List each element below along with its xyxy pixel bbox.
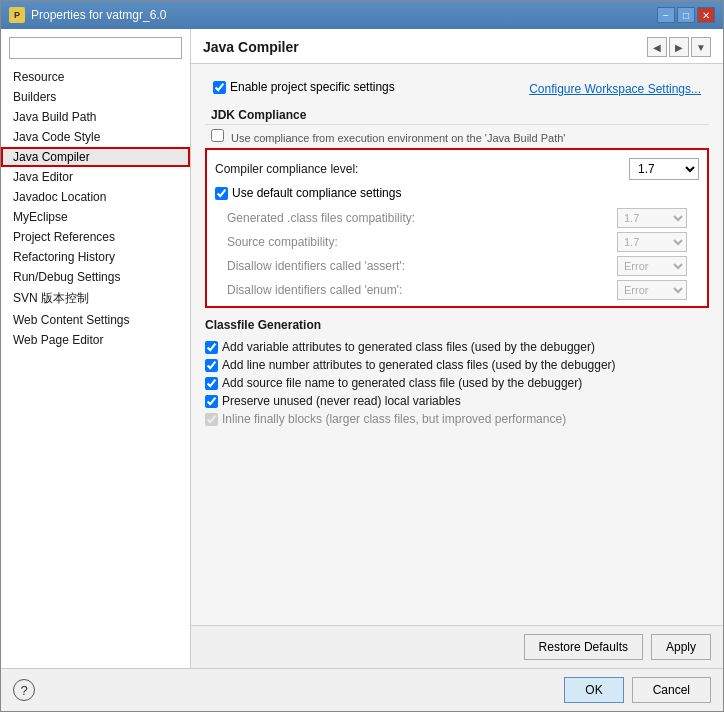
classfile-option-row: Add variable attributes to generated cla… — [205, 338, 709, 356]
sidebar-item-myeclipse[interactable]: MyEclipse — [1, 207, 190, 227]
sidebar-item-run-debug-settings[interactable]: Run/Debug Settings — [1, 267, 190, 287]
title-bar: P Properties for vatmgr_6.0 − □ ✕ — [1, 1, 723, 29]
restore-button[interactable]: □ — [677, 7, 695, 23]
window-icon: P — [9, 7, 25, 23]
footer-bar: ? OK Cancel — [1, 668, 723, 711]
apply-button[interactable]: Apply — [651, 634, 711, 660]
navigation-arrows: ◀ ▶ ▼ — [647, 37, 711, 57]
sidebar-item-builders[interactable]: Builders — [1, 87, 190, 107]
restore-defaults-button[interactable]: Restore Defaults — [524, 634, 643, 660]
source-compat-label: Source compatibility: — [227, 235, 611, 249]
classfile-options: Add variable attributes to generated cla… — [205, 338, 709, 428]
enum-label: Disallow identifiers called 'enum': — [227, 283, 611, 297]
window-controls: − □ ✕ — [657, 7, 715, 23]
minimize-button[interactable]: − — [657, 7, 675, 23]
source-compat-row: Source compatibility: 1.7 — [207, 230, 707, 254]
compiler-level-row: Compiler compliance level: 1.7 1.6 1.5 1… — [207, 154, 707, 184]
classfile-option-row: Add line number attributes to generated … — [205, 356, 709, 374]
source-compat-select[interactable]: 1.7 — [617, 232, 687, 252]
back-button[interactable]: ◀ — [647, 37, 667, 57]
main-content: ResourceBuildersJava Build PathJava Code… — [1, 29, 723, 668]
compiler-compliance-section: Compiler compliance level: 1.7 1.6 1.5 1… — [205, 148, 709, 308]
compiler-compliance-label: Compiler compliance level: — [215, 162, 623, 176]
default-compliance-label: Use default compliance settings — [232, 186, 401, 200]
use-compliance-label: Use compliance from execution environmen… — [231, 132, 565, 144]
classfile-label-preserve-unused: Preserve unused (never read) local varia… — [222, 394, 461, 408]
sidebar-item-java-editor[interactable]: Java Editor — [1, 167, 190, 187]
classfile-option-row: Add source file name to generated class … — [205, 374, 709, 392]
sidebar-item-project-references[interactable]: Project References — [1, 227, 190, 247]
right-panel: Java Compiler ◀ ▶ ▼ Enable project speci… — [191, 29, 723, 668]
footer-buttons: OK Cancel — [564, 677, 711, 703]
nav-dropdown-button[interactable]: ▼ — [691, 37, 711, 57]
compiler-compliance-select[interactable]: 1.7 1.6 1.5 1.4 1.8 — [629, 158, 699, 180]
assert-select[interactable]: Error Warning Ignore — [617, 256, 687, 276]
classfile-label-add-source: Add source file name to generated class … — [222, 376, 582, 390]
configure-workspace-link[interactable]: Configure Workspace Settings... — [529, 82, 701, 96]
panel-body: Enable project specific settings Configu… — [191, 64, 723, 625]
search-box — [9, 37, 182, 59]
generated-class-label: Generated .class files compatibility: — [227, 211, 611, 225]
panel-title: Java Compiler — [203, 39, 299, 55]
sidebar-item-web-content-settings[interactable]: Web Content Settings — [1, 310, 190, 330]
classfile-label-inline-finally: Inline finally blocks (larger class file… — [222, 412, 566, 426]
search-input[interactable] — [9, 37, 182, 59]
compliance-use-link: Use compliance from execution environmen… — [205, 125, 709, 148]
use-compliance-checkbox[interactable] — [211, 129, 224, 142]
panel-header: Java Compiler ◀ ▶ ▼ — [191, 29, 723, 64]
classfile-checkbox-add-variable[interactable] — [205, 341, 218, 354]
enum-row: Disallow identifiers called 'enum': Erro… — [207, 278, 707, 302]
enum-select[interactable]: Error Warning Ignore — [617, 280, 687, 300]
classfile-section: Classfile Generation Add variable attrib… — [205, 318, 709, 428]
sidebar-item-resource[interactable]: Resource — [1, 67, 190, 87]
jdk-compliance-title: JDK Compliance — [205, 104, 709, 125]
assert-label: Disallow identifiers called 'assert': — [227, 259, 611, 273]
main-window: P Properties for vatmgr_6.0 − □ ✕ Resour… — [0, 0, 724, 712]
classfile-checkbox-add-source[interactable] — [205, 377, 218, 390]
generated-class-select[interactable]: 1.7 — [617, 208, 687, 228]
sidebar-item-svn[interactable]: SVN 版本控制 — [1, 287, 190, 310]
forward-button[interactable]: ▶ — [669, 37, 689, 57]
enable-section: Enable project specific settings Configu… — [205, 74, 709, 104]
sidebar-nav: ResourceBuildersJava Build PathJava Code… — [1, 67, 190, 350]
sidebar-item-web-page-editor[interactable]: Web Page Editor — [1, 330, 190, 350]
sidebar-item-java-build-path[interactable]: Java Build Path — [1, 107, 190, 127]
classfile-option-row: Inline finally blocks (larger class file… — [205, 410, 709, 428]
classfile-label-add-line-number: Add line number attributes to generated … — [222, 358, 616, 372]
sidebar-item-java-code-style[interactable]: Java Code Style — [1, 127, 190, 147]
classfile-option-row: Preserve unused (never read) local varia… — [205, 392, 709, 410]
assert-row: Disallow identifiers called 'assert': Er… — [207, 254, 707, 278]
classfile-checkbox-preserve-unused[interactable] — [205, 395, 218, 408]
cancel-button[interactable]: Cancel — [632, 677, 711, 703]
enable-project-settings-label: Enable project specific settings — [230, 80, 395, 94]
bottom-action-bar: Restore Defaults Apply — [191, 625, 723, 668]
sidebar-item-java-compiler[interactable]: Java Compiler — [1, 147, 190, 167]
default-compliance-row: Use default compliance settings — [207, 184, 707, 206]
enable-row: Enable project specific settings — [213, 80, 395, 94]
window-title: Properties for vatmgr_6.0 — [31, 8, 166, 22]
classfile-label-add-variable: Add variable attributes to generated cla… — [222, 340, 595, 354]
enable-project-settings-checkbox[interactable] — [213, 81, 226, 94]
ok-button[interactable]: OK — [564, 677, 623, 703]
generated-class-row: Generated .class files compatibility: 1.… — [207, 206, 707, 230]
help-button[interactable]: ? — [13, 679, 35, 701]
close-button[interactable]: ✕ — [697, 7, 715, 23]
classfile-checkbox-add-line-number[interactable] — [205, 359, 218, 372]
sidebar-item-javadoc-location[interactable]: Javadoc Location — [1, 187, 190, 207]
jdk-compliance-group: JDK Compliance Use compliance from execu… — [205, 104, 709, 148]
classfile-checkbox-inline-finally — [205, 413, 218, 426]
default-compliance-checkbox[interactable] — [215, 187, 228, 200]
sidebar-item-refactoring-history[interactable]: Refactoring History — [1, 247, 190, 267]
sidebar: ResourceBuildersJava Build PathJava Code… — [1, 29, 191, 668]
classfile-title: Classfile Generation — [205, 318, 709, 332]
